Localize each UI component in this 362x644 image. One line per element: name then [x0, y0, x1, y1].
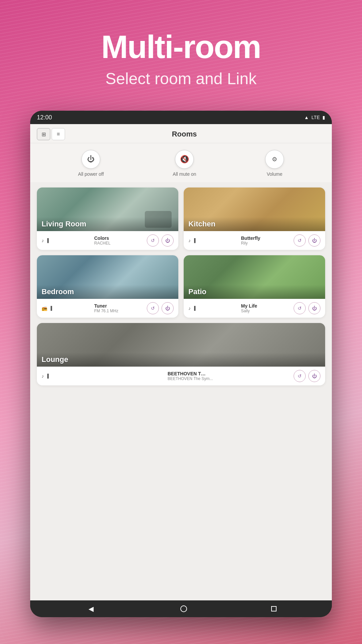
link-icon: ↺: [151, 238, 155, 243]
home-button[interactable]: [180, 605, 187, 612]
patio-image: Patio: [184, 255, 325, 299]
living-room-name: Living Room: [42, 220, 86, 228]
lounge-name: Lounge: [42, 355, 68, 364]
living-room-track-title: Colors: [94, 235, 134, 241]
music-note-icon: ♪: [188, 238, 191, 243]
power-icon: ⏻: [165, 238, 170, 243]
kitchen-source-icons: ♪ ▐: [188, 238, 241, 243]
volume-button[interactable]: ⚙: [265, 150, 284, 169]
bedroom-name: Bedroom: [42, 287, 74, 296]
power-icon: ⏻: [312, 238, 317, 243]
lounge-track-info: BEETHOVEN The ... BEETHOVEN The Sym...: [168, 371, 294, 381]
patio-track-title: My Life: [241, 303, 281, 309]
mute-icon: 🔇: [180, 155, 189, 164]
patio-overlay: Patio: [184, 285, 325, 299]
room-card-lounge[interactable]: Lounge ♪ ▐ BEETHOVEN The ... BEETHOVEN T…: [37, 323, 325, 385]
music-note-icon: ♪: [42, 238, 44, 243]
list-view-button[interactable]: ≡: [52, 128, 65, 140]
volume-control[interactable]: ⚙ Volume: [265, 150, 284, 177]
living-room-overlay: Living Room: [37, 217, 178, 231]
patio-link-button[interactable]: ↺: [294, 302, 306, 314]
volume-label: Volume: [267, 171, 283, 177]
lounge-power-button[interactable]: ⏻: [308, 370, 320, 382]
bedroom-info: 📻 ▐ Tuner FM 76.1 MHz ↺ ⏻: [37, 299, 178, 318]
room-card-living-room[interactable]: Living Room ♪ ▐ Colors RACHEL ↺: [37, 187, 178, 250]
all-mute-on-label: All mute on: [173, 171, 196, 177]
all-power-off-control[interactable]: ⏻ All power off: [78, 150, 104, 177]
lounge-source-icons: ♪ ▐: [42, 373, 168, 379]
kitchen-track-title: Butterfly: [241, 235, 281, 241]
power-icon: ⏻: [312, 373, 317, 379]
living-room-source-icons: ♪ ▐: [42, 238, 94, 243]
tuner-icon: 📻: [42, 306, 47, 311]
wifi-icon: ▲: [304, 115, 309, 120]
lounge-track-artist: BEETHOVEN The Sym...: [168, 376, 294, 381]
room-card-kitchen[interactable]: Kitchen ♪ ▐ Butterfly Rily ↺: [184, 187, 325, 250]
link-icon: ↺: [298, 373, 302, 379]
patio-info: ♪ ▐ My Life Sally ↺ ⏻: [184, 299, 325, 318]
bedroom-track-info: Tuner FM 76.1 MHz: [94, 303, 147, 313]
status-time: 12:00: [37, 114, 52, 121]
music-note-icon: ♪: [188, 306, 191, 311]
power-icon: ⏻: [87, 155, 95, 164]
link-icon: ↺: [151, 306, 155, 311]
patio-track-artist: Sally: [241, 309, 294, 313]
signal-bars-icon: ▐: [49, 306, 52, 311]
signal-bars-icon: ▐: [46, 374, 49, 378]
link-icon: ↺: [298, 306, 302, 311]
tablet-frame: 12:00 ▲ LTE ▮ ⊞ ≡ Rooms ⏻: [30, 111, 332, 617]
patio-name: Patio: [188, 287, 206, 296]
room-card-bedroom[interactable]: Bedroom 📻 ▐ Tuner FM 76.1 MHz ↺: [37, 255, 178, 318]
bedroom-actions: ↺ ⏻: [147, 302, 174, 314]
music-note-icon: ♪: [42, 373, 44, 379]
living-room-power-button[interactable]: ⏻: [162, 234, 174, 247]
page-subtitle: Select room and Link: [0, 69, 362, 88]
patio-source-icons: ♪ ▐: [188, 306, 241, 311]
back-button[interactable]: ◀: [86, 602, 96, 615]
all-power-off-label: All power off: [78, 171, 104, 177]
power-icon: ⏻: [165, 306, 170, 311]
lounge-link-button[interactable]: ↺: [294, 370, 306, 382]
room-card-patio[interactable]: Patio ♪ ▐ My Life Sally ↺: [184, 255, 325, 318]
living-room-info: ♪ ▐ Colors RACHEL ↺ ⏻: [37, 231, 178, 250]
all-power-off-button[interactable]: ⏻: [81, 150, 100, 169]
patio-power-button[interactable]: ⏻: [308, 302, 320, 314]
lte-icon: LTE: [311, 115, 320, 120]
list-icon: ≡: [57, 131, 60, 137]
signal-bars-icon: ▐: [193, 306, 196, 311]
living-room-image: Living Room: [37, 187, 178, 231]
bedroom-image: Bedroom: [37, 255, 178, 299]
patio-track-info: My Life Sally: [241, 303, 294, 313]
living-room-link-button[interactable]: ↺: [147, 234, 159, 247]
status-icons: ▲ LTE ▮: [304, 115, 325, 120]
patio-actions: ↺ ⏻: [294, 302, 320, 314]
link-icon: ↺: [298, 238, 302, 243]
lounge-image: Lounge: [37, 323, 325, 367]
rooms-grid: Living Room ♪ ▐ Colors RACHEL ↺: [30, 182, 332, 393]
recent-apps-button[interactable]: [271, 606, 277, 611]
kitchen-name: Kitchen: [188, 220, 216, 228]
lounge-track-title: BEETHOVEN The ...: [168, 371, 208, 376]
app-header: ⊞ ≡ Rooms: [30, 124, 332, 143]
kitchen-actions: ↺ ⏻: [294, 234, 320, 247]
living-room-track-artist: RACHEL: [94, 241, 147, 246]
living-room-track-info: Colors RACHEL: [94, 235, 147, 246]
app-title: Rooms: [70, 130, 325, 139]
all-mute-on-button[interactable]: 🔇: [175, 150, 194, 169]
bedroom-track-artist: FM 76.1 MHz: [94, 309, 147, 313]
bedroom-link-button[interactable]: ↺: [147, 302, 159, 314]
kitchen-link-button[interactable]: ↺: [294, 234, 306, 247]
page-title: Multi-room: [0, 30, 362, 64]
grid-view-button[interactable]: ⊞: [37, 128, 50, 140]
kitchen-power-button[interactable]: ⏻: [308, 234, 320, 247]
status-bar: 12:00 ▲ LTE ▮: [30, 111, 332, 124]
tablet-bottom-bar: ◀: [30, 600, 332, 617]
kitchen-track-artist: Rily: [241, 241, 294, 246]
volume-icon: ⚙: [272, 156, 277, 163]
bedroom-power-button[interactable]: ⏻: [162, 302, 174, 314]
signal-bars-icon: ▐: [46, 238, 49, 243]
global-controls: ⏻ All power off 🔇 All mute on ⚙ Volume: [30, 143, 332, 182]
lounge-actions: ↺ ⏻: [294, 370, 320, 382]
all-mute-on-control[interactable]: 🔇 All mute on: [173, 150, 196, 177]
bedroom-overlay: Bedroom: [37, 285, 178, 299]
